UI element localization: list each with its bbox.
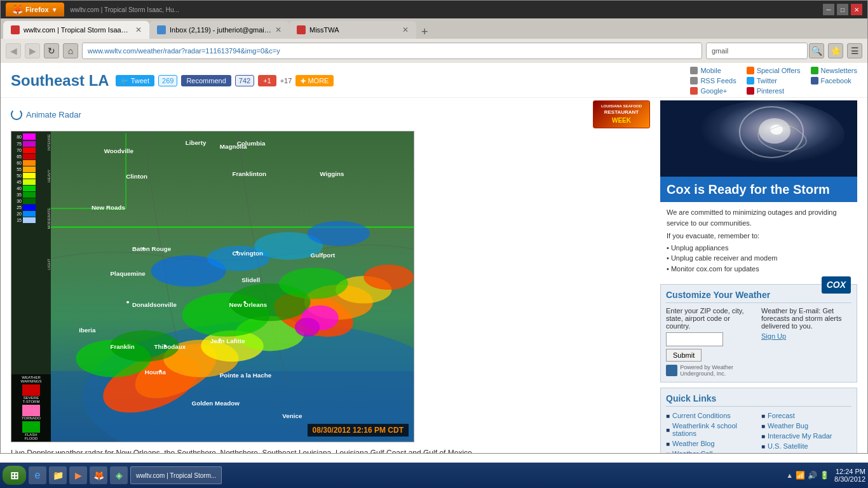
tweet-button[interactable]: 🐦 Tweet [116, 75, 154, 86]
rssfeeds-link[interactable]: Special Offers [747, 67, 801, 74]
menu-button[interactable]: ☰ [847, 43, 862, 58]
tab-misstwta[interactable]: MissTWA ✕ [289, 21, 416, 39]
taskbar-app-icon[interactable]: ◈ [110, 466, 128, 484]
zip-code-input[interactable] [666, 332, 723, 346]
weather-bug-link[interactable]: Weather Bug [768, 422, 808, 430]
forward-button[interactable]: ▶ [25, 43, 40, 58]
radar-legend: 80 75 70 65 [11, 132, 51, 442]
svg-point-48 [243, 301, 246, 304]
gplus-button[interactable]: +1 [258, 75, 276, 86]
us-satellite-link[interactable]: U.S. Satellite [768, 442, 808, 450]
taskbar-folder-icon[interactable]: 📁 [49, 466, 67, 484]
facebook-link[interactable]: Facebook [811, 77, 857, 85]
svg-text:Magnolia: Magnolia [220, 143, 247, 150]
quick-links-left: ■ Current Conditions ■ Weatherlink 4 sch… [666, 410, 756, 453]
animate-radar-button[interactable]: Animate Radar [11, 105, 81, 124]
tab-close-button-2[interactable]: ✕ [275, 25, 281, 34]
start-button[interactable]: ⊞ [3, 466, 26, 485]
new-tab-button[interactable]: + [416, 25, 433, 39]
cox-ad-detail: If you evacuate, remember to: [667, 231, 851, 241]
bullet-1: Unplug appliances [667, 243, 851, 254]
ql-forecast: ■ Forecast [761, 410, 851, 421]
svg-text:Jean Lafitte: Jean Lafitte [210, 337, 245, 344]
animate-icon [11, 109, 22, 120]
moderate-label: MODERATE [41, 208, 51, 229]
pinterest-link[interactable]: Pinterest [747, 87, 801, 95]
weather-blog-link[interactable]: Weather Blog [672, 440, 714, 447]
special-offers-link[interactable]: Newsletters [811, 67, 857, 74]
ql-current-conditions: ■ Current Conditions [666, 410, 756, 421]
speaker-icon: 🔊 [808, 471, 817, 480]
email-label: Weather by E-mail: Get forecasts and sto… [761, 307, 851, 330]
top-links: Mobile RSS Feeds Google+ Special Offers [690, 67, 857, 95]
minimize-button[interactable]: ─ [823, 4, 834, 15]
quick-links-right: ■ Forecast ■ Weather Bug ■ Interactive M… [761, 410, 851, 453]
customize-weather: Customize Your Weather Enter your ZIP co… [660, 284, 857, 383]
clock-time: 12:24 PM [834, 468, 865, 475]
hurricane-svg [660, 100, 857, 177]
maximize-button[interactable]: □ [837, 4, 848, 15]
current-conditions-link[interactable]: Current Conditions [672, 412, 731, 419]
forecast-link[interactable]: Forecast [768, 412, 795, 419]
back-button[interactable]: ◀ [6, 43, 21, 58]
recommend-button[interactable]: Recommend [181, 75, 231, 86]
radar-timestamp: 08/30/2012 12:16 PM CDT [308, 424, 409, 437]
quick-links-title: Quick Links [666, 393, 851, 407]
submit-button[interactable]: Submit [666, 349, 702, 362]
twitter-top-link[interactable]: Twitter [747, 77, 801, 85]
cox-ad: Cox is Ready for the Storm We are commit… [660, 100, 857, 279]
ql-statistical-models: ■ Statistical Models [761, 451, 851, 453]
severe-storm-warning: SEVERET-STORM [13, 384, 50, 403]
taskbar-media-icon[interactable]: ▶ [69, 466, 87, 484]
special-offers-icon [811, 67, 818, 74]
search-button[interactable]: 🔍 [809, 43, 824, 58]
animate-radar-row: Animate Radar LOUISIANA SEAFOOD RESTAURA… [11, 98, 650, 131]
tab-wwltv[interactable]: wwltv.com | Tropical Storm Isaac, Hu... … [3, 21, 149, 39]
svg-text:New Roads: New Roads [92, 204, 126, 211]
weatherlink-link[interactable]: Weatherlink 4 school stations [672, 422, 756, 437]
googleplus-icon [690, 87, 698, 95]
flash-flood-warning: FLASHFLOOD [13, 421, 50, 440]
search-value: gmail [712, 47, 728, 55]
twitter-top-icon [747, 77, 754, 85]
restaurant-week-ad[interactable]: LOUISIANA SEAFOOD RESTAURANT WEEK [593, 100, 650, 128]
system-tray: ▲ 📶 🔊 🔋 [786, 471, 829, 480]
home-button[interactable]: ⌂ [63, 43, 78, 58]
search-input-display[interactable]: gmail [706, 43, 808, 59]
tab-gmail[interactable]: Inbox (2,119) - jutheriot@gmail.com ... … [149, 21, 289, 39]
address-text: www.wwltv.com/weather/radar?radar=111613… [88, 47, 280, 55]
sign-up-link[interactable]: Sign Up [761, 332, 851, 340]
warning-items: SEVERET-STORM TORNADO FLASHFLOOD [13, 384, 50, 440]
weather-call-link[interactable]: Weather Call [672, 450, 712, 453]
refresh-button[interactable]: ↻ [44, 43, 59, 58]
svg-text:Liberty: Liberty [186, 139, 207, 146]
mobile-link[interactable]: Mobile [690, 67, 736, 74]
bookmarks-button[interactable]: ⭐ [828, 43, 843, 58]
newsletters-link[interactable]: RSS Feeds [690, 77, 736, 85]
bullet-2: Unplug cable receiver and modem [667, 253, 851, 264]
svg-point-19 [308, 221, 370, 246]
top-links-col1: Mobile RSS Feeds Google+ [690, 67, 736, 95]
address-bar[interactable]: www.wwltv.com/weather/radar?radar=111613… [82, 43, 702, 59]
taskbar-active-window[interactable]: wwltv.com | Tropical Storm... [130, 466, 222, 484]
tab-label: wwltv.com | Tropical Storm Isaac, Hu... [24, 26, 132, 34]
tornado-warning: TORNADO [13, 405, 50, 420]
powered-by: Powered by Weather Underground, Inc. [666, 364, 756, 377]
interactive-radar-link[interactable]: Interactive My Radar [768, 432, 832, 440]
more-button[interactable]: ✚ MORE [295, 75, 334, 86]
heavy-label: HEAVY [41, 170, 51, 182]
svg-text:Plaquemine: Plaquemine [111, 270, 146, 277]
googleplus-link[interactable]: Google+ [690, 87, 736, 95]
tab-close-button[interactable]: ✕ [135, 25, 142, 34]
taskbar-ie-icon[interactable]: e [29, 466, 46, 484]
bullet-3: Monitor cox.com for updates [667, 264, 851, 274]
firefox-button[interactable]: 🦊 Firefox ▼ [6, 3, 64, 17]
tray-arrow[interactable]: ▲ [786, 471, 793, 479]
mobile-icon [690, 67, 698, 74]
svg-point-15 [279, 268, 348, 299]
taskbar-firefox-icon[interactable]: 🦊 [90, 466, 107, 484]
close-button[interactable]: ✕ [851, 4, 862, 15]
statistical-models-link[interactable]: Statistical Models [768, 452, 822, 453]
tab-close-button-3[interactable]: ✕ [402, 25, 409, 34]
flash-flood-icon [22, 421, 40, 433]
